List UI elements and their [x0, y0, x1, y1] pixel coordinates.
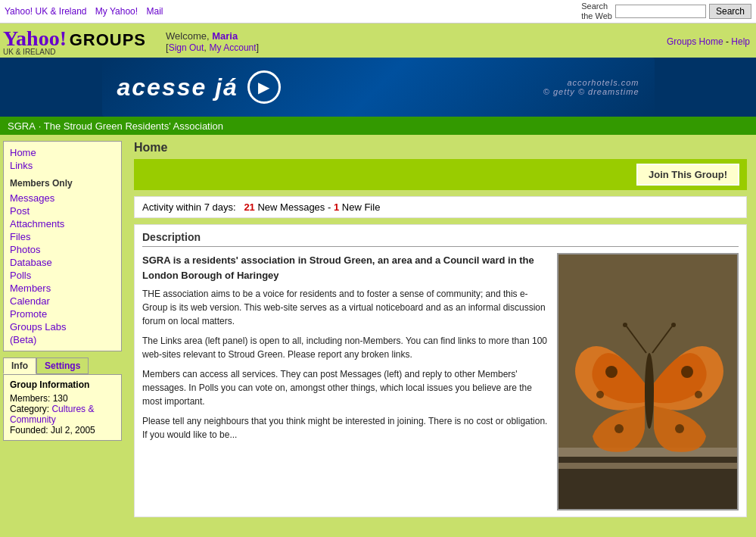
banner-left: acesse já ▶	[117, 70, 281, 104]
sidebar-item-database[interactable]: Database	[10, 256, 115, 269]
svg-point-14	[671, 323, 676, 327]
username-display: Maria	[212, 30, 238, 42]
description-section: Description SGRA is a residents' associa…	[134, 224, 747, 517]
group-code: SGRA	[8, 120, 36, 132]
page-title: Home	[134, 141, 747, 155]
activity-separator: -	[328, 201, 334, 213]
svg-point-6	[681, 366, 693, 378]
sidebar-item-calendar[interactable]: Calendar	[10, 295, 115, 308]
sidebar-item-home[interactable]: Home	[10, 146, 115, 159]
header-right-links: Groups Home - Help	[667, 36, 750, 47]
info-settings-tabs: Info Settings	[3, 357, 122, 374]
description-text: SGRA is a residents' association in Stro…	[142, 253, 548, 510]
new-messages-count: 21	[244, 201, 254, 213]
new-messages-label: New Messages	[257, 201, 325, 213]
founded-row: Founded: Jul 2, 2005	[10, 425, 115, 436]
butterfly-image	[557, 253, 739, 510]
welcome-text: Welcome,	[166, 30, 210, 42]
settings-tab[interactable]: Settings	[36, 357, 89, 374]
sidebar-nav: Home Links Members Only Messages Post At…	[3, 141, 122, 351]
sidebar-item-post[interactable]: Post	[10, 204, 115, 217]
logo-area: Yahoo! GROUPS UK & IRELAND Welcome, Mari…	[3, 27, 259, 56]
join-bar: Join This Group!	[134, 159, 747, 190]
groups-text: GROUPS	[70, 30, 146, 49]
desc-para4: Please tell any neighbours that you thin…	[142, 414, 548, 442]
activity-label: Activity within 7 days:	[142, 201, 236, 213]
main-layout: Home Links Members Only Messages Post At…	[0, 135, 756, 523]
description-content-layout: SGRA is a residents' association in Stro…	[142, 253, 739, 510]
svg-point-9	[614, 424, 624, 433]
sidebar-item-files[interactable]: Files	[10, 230, 115, 243]
sidebar-item-groups-labs[interactable]: Groups Labs	[10, 320, 115, 333]
svg-rect-1	[558, 451, 739, 510]
content-area: Home Join This Group! Activity within 7 …	[125, 135, 756, 523]
top-bar-links: Yahoo! UK & Ireland My Yahoo! Mail	[5, 6, 169, 17]
search-input[interactable]	[615, 5, 706, 18]
desc-para3: Members can access all services. They ca…	[142, 367, 548, 408]
svg-point-5	[605, 366, 618, 378]
group-title-bar: SGRA · The Stroud Green Residents' Assoc…	[0, 117, 756, 135]
svg-point-7	[596, 391, 604, 398]
activity-bar: Activity within 7 days: 21 New Messages …	[134, 196, 747, 218]
signout-link[interactable]: Sign Out	[169, 42, 204, 53]
search-label: Search the Web	[581, 2, 612, 21]
sidebar-item-links[interactable]: Links	[10, 159, 115, 172]
top-search-area: Search the Web Search	[581, 2, 751, 21]
sidebar-item-members[interactable]: Members	[10, 282, 115, 295]
search-button[interactable]: Search	[709, 4, 751, 19]
banner-logo-text: acesse já	[117, 73, 238, 101]
sidebar-item-polls[interactable]: Polls	[10, 269, 115, 282]
new-files-label: New File	[342, 201, 381, 213]
svg-rect-3	[558, 463, 739, 469]
my-account-link[interactable]: My Account	[210, 42, 257, 53]
sidebar-item-attachments[interactable]: Attachments	[10, 217, 115, 230]
welcome-area: Welcome, Maria [Sign Out, My Account]	[166, 30, 259, 53]
new-files-count: 1	[334, 201, 339, 213]
groups-home-link[interactable]: Groups Home	[667, 36, 723, 47]
sidebar-item-beta[interactable]: (Beta)	[10, 333, 115, 346]
banner-copyright: © getty © dreamstime	[543, 87, 639, 96]
group-title-separator: ·	[39, 120, 44, 132]
desc-heading: SGRA is a residents' association in Stro…	[142, 253, 548, 283]
members-count-row: Members: 130	[10, 393, 115, 404]
svg-point-4	[645, 353, 654, 429]
yahoo-logo-block: Yahoo! GROUPS UK & IRELAND	[3, 27, 146, 56]
founded-date: Jul 2, 2005	[51, 425, 95, 436]
sidebar: Home Links Members Only Messages Post At…	[0, 135, 125, 523]
members-label: Members:	[10, 393, 50, 404]
desc-para2: The Links area (left panel) is open to a…	[142, 334, 548, 361]
desc-para1: THE association aims to be a voice for r…	[142, 287, 548, 328]
svg-point-10	[675, 424, 684, 433]
header: Yahoo! GROUPS UK & IRELAND Welcome, Mari…	[0, 23, 756, 58]
category-row: Category: Cultures & Community	[10, 404, 115, 425]
svg-point-12	[623, 323, 627, 327]
sidebar-item-messages[interactable]: Messages	[10, 192, 115, 204]
group-info-box: Group Information Members: 130 Category:…	[3, 374, 122, 441]
sidebar-item-promote[interactable]: Promote	[10, 308, 115, 320]
group-info-title: Group Information	[10, 379, 115, 390]
svg-rect-2	[558, 448, 739, 457]
members-only-header: Members Only	[10, 178, 115, 189]
info-tab[interactable]: Info	[3, 357, 36, 374]
founded-label: Founded:	[10, 425, 48, 436]
banner-ad: acesse já ▶ accorhotels.com © getty © dr…	[0, 58, 756, 117]
group-description: The Stroud Green Residents' Association	[44, 120, 223, 132]
my-yahoo-link[interactable]: My Yahoo!	[95, 6, 138, 17]
yahoo-uk-link[interactable]: Yahoo! UK & Ireland	[5, 6, 87, 17]
members-count: 130	[53, 393, 68, 404]
category-label: Category:	[10, 404, 49, 414]
mail-link[interactable]: Mail	[146, 6, 163, 17]
description-title: Description	[142, 231, 739, 247]
join-group-button[interactable]: Join This Group!	[636, 164, 739, 186]
top-bar: Yahoo! UK & Ireland My Yahoo! Mail Searc…	[0, 0, 756, 23]
svg-point-8	[695, 391, 702, 398]
accor-logo-text: accorhotels.com	[543, 78, 639, 87]
sidebar-item-photos[interactable]: Photos	[10, 243, 115, 256]
help-link[interactable]: Help	[731, 36, 750, 47]
banner-play-icon: ▶	[247, 70, 281, 104]
banner-inner: acesse já ▶ accorhotels.com © getty © dr…	[102, 58, 655, 117]
yahoo-logo: Yahoo!	[3, 27, 67, 50]
banner-brand: accorhotels.com © getty © dreamstime	[543, 78, 639, 96]
